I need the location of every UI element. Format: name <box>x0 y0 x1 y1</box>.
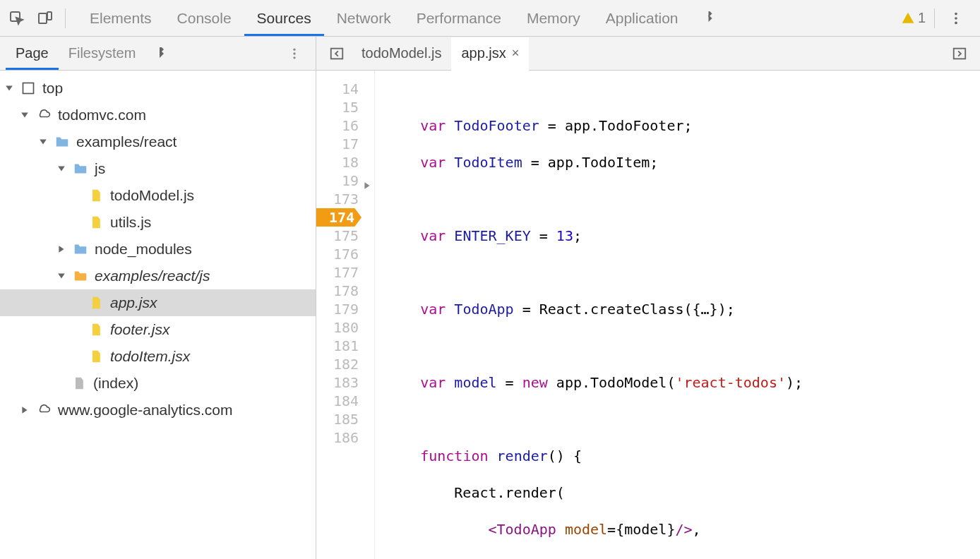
line-number[interactable]: 179 <box>316 300 359 318</box>
svg-rect-9 <box>23 83 34 94</box>
document-icon <box>71 375 88 392</box>
svg-rect-10 <box>331 48 343 59</box>
line-number[interactable]: 173 <box>316 190 359 208</box>
line-number[interactable]: 19 <box>316 172 359 190</box>
sidebar-tabs: Page Filesystem <box>0 37 316 71</box>
breakpoint-icon: 174 <box>316 208 361 227</box>
tabs-overflow-icon[interactable] <box>691 0 730 36</box>
tree-item-file[interactable]: utils.js <box>0 209 316 236</box>
device-toggle-icon[interactable] <box>32 6 58 31</box>
tree-label: www.google-analytics.com <box>58 402 232 419</box>
line-number[interactable]: 178 <box>316 282 359 300</box>
folder-icon <box>72 268 89 284</box>
tab-sources[interactable]: Sources <box>244 0 324 36</box>
line-number[interactable]: 185 <box>316 410 359 428</box>
sources-sidebar: Page Filesystem top todomvc.com <box>0 37 316 559</box>
expand-arrow-icon <box>20 110 30 120</box>
line-number[interactable]: 184 <box>316 392 359 410</box>
tree-item-file[interactable]: todoItem.jsx <box>0 343 316 370</box>
close-icon[interactable]: × <box>512 46 520 61</box>
kebab-menu-icon[interactable] <box>943 6 969 31</box>
line-number[interactable]: 182 <box>316 355 359 373</box>
line-number[interactable]: 175 <box>316 227 359 245</box>
svg-point-4 <box>955 17 957 20</box>
line-number[interactable]: 183 <box>316 373 359 392</box>
tree-item-file[interactable]: footer.jsx <box>0 316 316 343</box>
line-number[interactable]: 15 <box>316 98 359 116</box>
show-debugger-icon[interactable] <box>949 43 970 64</box>
editor-tab-label: todoModel.js <box>361 45 441 61</box>
fold-arrow-icon[interactable] <box>363 176 371 194</box>
line-number[interactable]: 16 <box>316 116 359 135</box>
line-number[interactable]: 17 <box>316 135 359 153</box>
svg-point-6 <box>293 48 295 50</box>
editor-tabbar: todoModel.js app.jsx × <box>316 37 980 71</box>
editor-body[interactable]: 14 15 16 17 18 19 173 174 175 176 177 17… <box>316 71 980 559</box>
tree-label: top <box>42 80 63 97</box>
tree-item-top[interactable]: top <box>0 75 316 102</box>
line-number[interactable]: 177 <box>316 263 359 282</box>
show-navigator-icon[interactable] <box>326 43 347 64</box>
tree-label: utils.js <box>110 214 151 231</box>
frame-icon <box>20 80 37 97</box>
tree-item-folder-js[interactable]: js <box>0 155 316 182</box>
tree-label: examples/react/js <box>95 268 210 284</box>
editor-tab-label: app.jsx <box>461 45 506 61</box>
tree-item-folder-overrides[interactable]: examples/react/js <box>0 263 316 289</box>
svg-rect-2 <box>47 12 52 20</box>
line-number[interactable]: 176 <box>316 245 359 263</box>
line-number[interactable]: 14 <box>316 80 359 98</box>
tab-console[interactable]: Console <box>165 0 244 36</box>
collapsed-arrow-icon <box>56 244 66 254</box>
tab-network[interactable]: Network <box>324 0 404 36</box>
editor-pane: todoModel.js app.jsx × 14 15 16 17 18 19… <box>316 37 980 559</box>
sidebar-tabs-overflow-icon[interactable] <box>145 37 178 70</box>
tab-memory[interactable]: Memory <box>514 0 593 36</box>
svg-rect-11 <box>954 48 966 59</box>
code-content[interactable]: var TodoFooter = app.TodoFooter; var Tod… <box>375 71 980 559</box>
cloud-icon <box>35 402 52 419</box>
tree-item-file[interactable]: todoModel.js <box>0 182 316 209</box>
tree-item-folder-node[interactable]: node_modules <box>0 236 316 263</box>
file-icon <box>88 321 104 338</box>
file-icon <box>88 294 104 311</box>
tree-label: footer.jsx <box>110 321 169 338</box>
tree-item-index[interactable]: (index) <box>0 370 316 397</box>
tree-item-folder[interactable]: examples/react <box>0 128 316 155</box>
svg-point-3 <box>955 12 957 15</box>
devtools-toolbar: Elements Console Sources Network Perform… <box>0 0 980 37</box>
content-area: Page Filesystem top todomvc.com <box>0 37 980 559</box>
line-number[interactable]: 181 <box>316 337 359 355</box>
tab-application[interactable]: Application <box>593 0 691 36</box>
file-icon <box>88 214 104 231</box>
editor-tab-todomodel[interactable]: todoModel.js <box>352 37 451 70</box>
svg-point-5 <box>955 21 957 24</box>
line-gutter[interactable]: 14 15 16 17 18 19 173 174 175 176 177 17… <box>316 71 374 559</box>
tree-label: todomvc.com <box>58 107 146 124</box>
expand-arrow-icon <box>4 83 14 93</box>
inspect-icon[interactable] <box>4 6 30 31</box>
editor-tab-app[interactable]: app.jsx × <box>451 37 529 71</box>
breakpoint-line[interactable]: 174 <box>316 208 359 227</box>
panel-tabs: Elements Console Sources Network Perform… <box>77 0 901 36</box>
sidebar-tab-page[interactable]: Page <box>6 37 59 70</box>
file-tree: top todomvc.com examples/react js todoMo… <box>0 71 316 428</box>
line-number[interactable]: 186 <box>316 428 359 447</box>
tree-item-domain[interactable]: todomvc.com <box>0 102 316 128</box>
warning-count-value: 1 <box>918 10 926 26</box>
folder-icon <box>54 133 71 150</box>
expand-arrow-icon <box>56 271 66 281</box>
sidebar-kebab-icon[interactable] <box>282 41 307 66</box>
tab-performance[interactable]: Performance <box>404 0 514 36</box>
tree-label: app.jsx <box>110 294 157 311</box>
warning-badge[interactable]: 1 <box>901 10 926 26</box>
tree-item-domain-ga[interactable]: www.google-analytics.com <box>0 397 316 423</box>
tree-label: (index) <box>93 375 138 392</box>
tab-elements[interactable]: Elements <box>77 0 165 36</box>
sidebar-tab-filesystem[interactable]: Filesystem <box>59 37 146 70</box>
line-number[interactable]: 18 <box>316 153 359 172</box>
expand-arrow-icon <box>56 164 66 174</box>
svg-point-8 <box>293 56 295 59</box>
tree-item-file-app[interactable]: app.jsx <box>0 289 316 316</box>
line-number[interactable]: 180 <box>316 318 359 337</box>
